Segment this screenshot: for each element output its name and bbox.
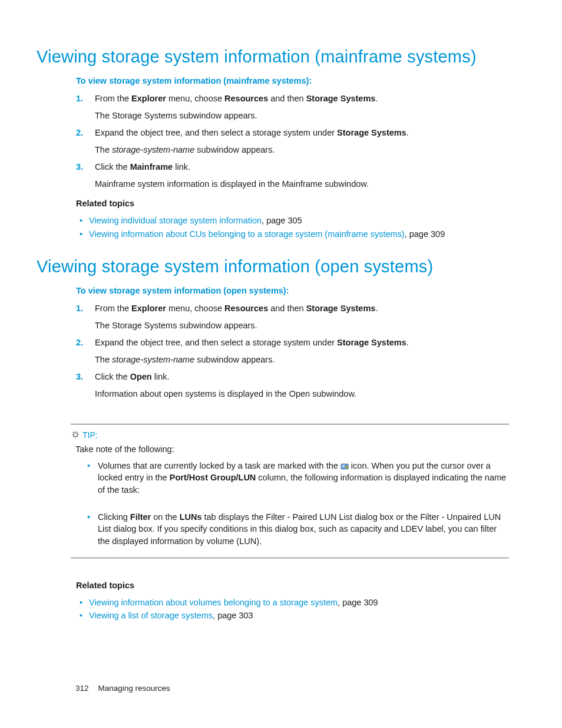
svg-rect-13 xyxy=(346,467,347,467)
tip-item: Clicking Filter on the LUNs tab displays… xyxy=(84,511,509,547)
section1-step2: 2. Expand the object tree, and then sele… xyxy=(76,127,509,156)
step-text: From the Explorer menu, choose Resources… xyxy=(95,94,378,103)
step-sub: The storage-system-name subwindow appear… xyxy=(95,354,509,366)
related-link[interactable]: Viewing information about CUs belonging … xyxy=(89,229,405,239)
step-text: Expand the object tree, and then select … xyxy=(95,128,409,137)
page-footer: 312Managing resources xyxy=(75,684,170,693)
step-number: 1. xyxy=(76,93,83,105)
lock-icon xyxy=(340,462,349,470)
step-sub: The Storage Systems subwindow appears. xyxy=(95,110,509,122)
section1-steps: 1. From the Explorer menu, choose Resour… xyxy=(76,93,509,190)
step-sub: The Storage Systems subwindow appears. xyxy=(95,319,509,332)
section2-intro: To view storage system information (open… xyxy=(76,286,509,295)
tip-box: TIP: Take note of the following: Volumes… xyxy=(71,424,509,558)
page-number: 312 xyxy=(75,684,89,693)
section2-related-heading: Related topics xyxy=(76,581,509,590)
section2-step1: 1. From the Explorer menu, choose Resour… xyxy=(76,302,509,332)
section2-step2: 2. Expand the object tree, and then sele… xyxy=(76,337,509,366)
svg-line-7 xyxy=(73,437,74,437)
step-number: 3. xyxy=(76,371,83,383)
step-text: Click the Mainframe link. xyxy=(95,162,190,172)
related-item: Viewing individual storage system inform… xyxy=(76,214,509,227)
section2-steps: 1. From the Explorer menu, choose Resour… xyxy=(76,302,509,400)
tip-lightbulb-icon xyxy=(71,430,80,440)
step-number: 2. xyxy=(76,127,83,139)
svg-line-5 xyxy=(73,432,74,433)
step-text: From the Explorer menu, choose Resources… xyxy=(95,304,378,313)
tip-item: Volumes that are currently locked by a t… xyxy=(84,460,509,496)
related-item: Viewing a list of storage systems, page … xyxy=(76,609,509,622)
section1-heading: Viewing storage system information (main… xyxy=(37,47,509,67)
chapter-name: Managing resources xyxy=(98,684,170,693)
step-text: Click the Open link. xyxy=(95,372,170,381)
step-sub: Information about open systems is displa… xyxy=(95,388,509,400)
related-item: Viewing information about CUs belonging … xyxy=(76,228,509,241)
svg-rect-10 xyxy=(342,465,344,466)
step-number: 1. xyxy=(76,302,83,315)
tip-label: TIP: xyxy=(82,430,98,440)
related-tail: , page 305 xyxy=(262,216,302,225)
related-tail: , page 309 xyxy=(405,229,445,239)
section2-related-list: Viewing information about volumes belong… xyxy=(76,596,509,622)
section1-step3: 3. Click the Mainframe link. Mainframe s… xyxy=(76,161,509,190)
section1-related-list: Viewing individual storage system inform… xyxy=(76,214,509,241)
svg-line-8 xyxy=(77,437,78,437)
related-link[interactable]: Viewing individual storage system inform… xyxy=(89,216,262,225)
related-link[interactable]: Viewing a list of storage systems xyxy=(89,611,213,620)
svg-line-6 xyxy=(77,432,78,433)
tip-intro: Take note of the following: xyxy=(75,444,509,454)
step-number: 2. xyxy=(76,337,83,349)
step-number: 3. xyxy=(76,161,83,173)
related-link[interactable]: Viewing information about volumes belong… xyxy=(89,598,338,607)
section1-related-heading: Related topics xyxy=(76,199,509,208)
section2-step3: 3. Click the Open link. Information abou… xyxy=(76,371,509,400)
step-sub: Mainframe system information is displaye… xyxy=(95,178,509,190)
svg-rect-11 xyxy=(342,467,344,467)
related-tail: , page 303 xyxy=(213,611,253,620)
section1-intro: To view storage system information (main… xyxy=(76,76,509,85)
step-sub: The storage-system-name subwindow appear… xyxy=(95,144,509,156)
related-item: Viewing information about volumes belong… xyxy=(76,596,509,609)
section1-step1: 1. From the Explorer menu, choose Resour… xyxy=(76,93,509,122)
section2-heading: Viewing storage system information (open… xyxy=(37,257,509,276)
step-text: Expand the object tree, and then select … xyxy=(95,338,409,347)
related-tail: , page 309 xyxy=(338,598,378,607)
tip-list: Volumes that are currently locked by a t… xyxy=(84,460,509,547)
svg-point-0 xyxy=(74,433,78,437)
